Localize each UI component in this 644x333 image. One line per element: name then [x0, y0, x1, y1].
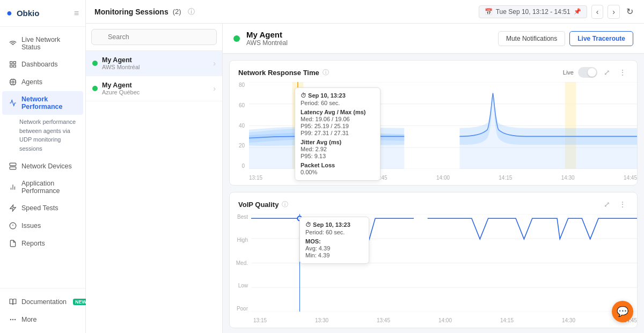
sidebar-item-label: Issues: [21, 222, 41, 230]
date-range[interactable]: 📅 Tue Sep 10, 13:12 - 14:51 📌: [479, 5, 587, 18]
more-icon: [9, 315, 17, 324]
svg-point-26: [12, 319, 13, 320]
expand-chart-button[interactable]: ⤢: [602, 67, 612, 78]
detail-header: My Agent AWS Montréal Mute Notifications…: [223, 24, 644, 54]
status-dot-1: [92, 86, 98, 91]
sidebar-nav: Live Network Status Dashboards Agents Ne…: [0, 27, 85, 288]
chevron-right-icon-0: ›: [213, 59, 216, 68]
y-axis-labels: 80 60 40 20 0: [230, 82, 245, 169]
date-range-text: Tue Sep 10, 13:12 - 14:51: [496, 8, 570, 16]
svg-rect-16: [10, 167, 16, 169]
svg-rect-1: [10, 62, 12, 64]
topbar-right: 📅 Tue Sep 10, 13:12 - 14:51 📌 ‹ › ↻: [479, 4, 635, 19]
sidebar-item-more[interactable]: More: [2, 311, 83, 328]
main-content: Monitoring Sessions (2) ⓘ 📅 Tue Sep 10, …: [86, 0, 644, 333]
logo-area: ● Obkio ≡: [0, 0, 85, 27]
voip-mos-label: MOS:: [305, 238, 363, 245]
network-response-help-icon: ⓘ: [323, 68, 329, 77]
svg-point-27: [15, 319, 16, 320]
logo-text: Obkio: [17, 9, 40, 18]
network-performance-submenu: Network performance between agents via U…: [0, 115, 85, 157]
sidebar-item-network-devices[interactable]: Network Devices: [2, 158, 83, 175]
detail-actions: Mute Notifications Live Traceroute: [498, 31, 633, 46]
refresh-button[interactable]: ↻: [624, 4, 635, 19]
detail-status-dot: [233, 35, 240, 42]
sidebar-item-application-performance[interactable]: Application Performance: [2, 175, 83, 199]
alert-icon: [9, 221, 17, 230]
network-response-tooltip: ⏱ Sep 10, 13:23 Period: 60 sec. Latency …: [295, 87, 380, 181]
page-title: Monitoring Sessions: [94, 8, 169, 16]
sidebar-item-network-performance[interactable]: Network Performance: [2, 91, 83, 115]
network-response-chart-area: 80 60 40 20 0: [230, 78, 637, 185]
search-input[interactable]: [91, 29, 217, 45]
voip-chart-controls: ⤢ ⋮: [602, 199, 628, 210]
session-name-0: My Agent: [102, 56, 209, 64]
session-item-1[interactable]: My Agent Azure Québec ›: [86, 76, 222, 101]
sidebar-item-label: Network Devices: [21, 162, 72, 170]
network-response-chart-header: Network Response Time ⓘ Live ⤢ ⋮: [230, 61, 637, 78]
server-icon: [9, 162, 17, 171]
wifi-icon: [9, 39, 17, 48]
sessions-panel: 🔍 My Agent AWS Montréal › My Agent Azure…: [86, 24, 223, 333]
logo-icon: ●: [6, 8, 12, 19]
live-toggle[interactable]: [578, 67, 597, 78]
tooltip-med: Med: 19.06 / 19.06: [301, 116, 375, 122]
next-button[interactable]: ›: [608, 5, 620, 19]
sidebar-item-reports[interactable]: Reports: [2, 235, 83, 252]
chevron-right-icon-1: ›: [213, 84, 216, 93]
voip-chart-header: VoIP Quality ⓘ ⤢ ⋮: [230, 193, 637, 210]
voip-quality-chart-card: VoIP Quality ⓘ ⤢ ⋮ Best High Med. Low Po…: [229, 192, 638, 328]
sidebar-item-label: Network Performance: [21, 95, 77, 110]
session-info-1: My Agent Azure Québec: [102, 82, 209, 95]
chart-menu-button[interactable]: ⋮: [617, 67, 628, 78]
tooltip-jitter-med: Med: 2.92: [301, 146, 375, 152]
voip-tooltip-date: ⏱ Sep 10, 13:23: [305, 221, 363, 228]
sidebar: ● Obkio ≡ Live Network Status Dashboards…: [0, 0, 86, 333]
sidebar-item-label: Agents: [21, 78, 42, 86]
cpu-icon: [9, 78, 17, 86]
sidebar-item-dashboards[interactable]: Dashboards: [2, 56, 83, 73]
sidebar-bottom: Documentation NEW More: [0, 288, 85, 333]
sidebar-item-label: Live Network Status: [21, 36, 77, 51]
collapse-button[interactable]: ≡: [74, 9, 79, 18]
file-icon: [9, 239, 17, 248]
network-response-chart-card: Network Response Time ⓘ Live ⤢ ⋮ 80: [229, 60, 638, 186]
zap-icon: [9, 204, 17, 212]
session-sub-1: Azure Québec: [102, 89, 209, 95]
svg-rect-2: [13, 62, 16, 64]
sidebar-item-documentation[interactable]: Documentation NEW: [2, 293, 83, 310]
expand-voip-chart-button[interactable]: ⤢: [602, 199, 612, 210]
sidebar-item-label: Speed Tests: [21, 204, 58, 212]
sidebar-item-issues[interactable]: Issues: [2, 217, 83, 234]
prev-button[interactable]: ‹: [591, 5, 604, 19]
sidebar-item-agents[interactable]: Agents: [2, 73, 83, 91]
voip-x-axis-labels: 13:15 13:30 13:45 14:00 14:15 14:30 14:4…: [253, 317, 637, 323]
sidebar-item-speed-tests[interactable]: Speed Tests: [2, 199, 83, 217]
svg-rect-6: [12, 81, 14, 83]
session-sub-0: AWS Montréal: [102, 64, 209, 70]
tooltip-p95: P95: 25.19 / 25.19: [301, 123, 375, 129]
mute-notifications-button[interactable]: Mute Notifications: [498, 31, 565, 46]
voip-chart-menu-button[interactable]: ⋮: [617, 199, 628, 210]
bar-chart-icon: [9, 183, 17, 191]
tooltip-date: ⏱ Sep 10, 13:23: [301, 92, 375, 99]
svg-rect-4: [13, 65, 16, 67]
info-icon: ⓘ: [188, 7, 195, 17]
detail-title-area: My Agent AWS Montréal: [246, 30, 288, 47]
search-wrapper: 🔍: [91, 29, 217, 45]
svg-rect-15: [10, 163, 16, 166]
sidebar-item-live-network-status[interactable]: Live Network Status: [2, 32, 83, 55]
voip-avg: Avg: 4.39: [305, 245, 363, 251]
calendar-icon: 📅: [485, 8, 493, 16]
tooltip-p99: P99: 27.31 / 27.31: [301, 130, 375, 136]
chat-bubble[interactable]: 💬: [612, 301, 633, 322]
sidebar-item-label: Reports: [21, 240, 45, 247]
chart-plot-area: ⏱ Sep 10, 13:23 Period: 60 sec. Latency …: [249, 82, 637, 169]
network-response-title: Network Response Time: [238, 69, 319, 77]
voip-min: Min: 4.39: [305, 252, 363, 258]
live-traceroute-button[interactable]: Live Traceroute: [569, 31, 633, 46]
session-item-0[interactable]: My Agent AWS Montréal ›: [86, 51, 222, 76]
live-label: Live: [563, 69, 574, 76]
voip-y-axis-labels: Best High Med. Low Poor: [230, 214, 248, 312]
book-icon: [9, 298, 17, 306]
